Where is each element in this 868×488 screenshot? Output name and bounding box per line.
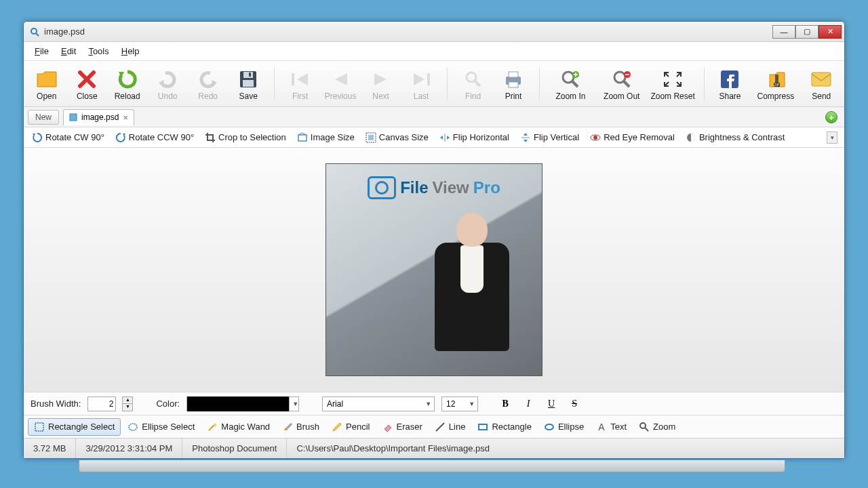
- menu-help[interactable]: Help: [116, 43, 145, 59]
- redo-button[interactable]: Redo: [189, 66, 226, 102]
- close-button[interactable]: ✕: [818, 25, 842, 39]
- svg-rect-23: [812, 73, 831, 86]
- zoom-in-button[interactable]: Zoom In: [547, 66, 595, 102]
- svg-point-31: [593, 136, 597, 140]
- window-title: image.psd: [44, 26, 85, 37]
- brush-tool[interactable]: Brush: [277, 419, 325, 435]
- rotate-ccw-button[interactable]: Rotate CCW 90°: [111, 130, 198, 145]
- rectangle-select-tool[interactable]: Rectangle Select: [28, 418, 121, 436]
- tab-label: image.psd: [81, 113, 119, 122]
- eraser-tool[interactable]: Eraser: [377, 419, 428, 435]
- svg-point-0: [31, 28, 37, 34]
- svg-line-35: [209, 425, 214, 430]
- canvas-size-button[interactable]: Canvas Size: [361, 130, 433, 145]
- zoom-in-icon: [560, 67, 580, 92]
- minimize-button[interactable]: —: [772, 25, 795, 39]
- rotate-cw-icon: [32, 132, 43, 143]
- svg-line-1: [36, 33, 39, 36]
- ellipse-tool[interactable]: Ellipse: [538, 419, 589, 435]
- underline-button[interactable]: U: [543, 396, 559, 411]
- status-path: C:\Users\Paul\Desktop\Important Files\im…: [287, 439, 844, 458]
- tab-image[interactable]: image.psd ×: [63, 109, 134, 125]
- text-tool[interactable]: AText: [591, 419, 632, 435]
- crop-button[interactable]: Crop to Selection: [201, 130, 290, 145]
- image-preview[interactable]: FileViewPro: [326, 163, 542, 376]
- text-icon: A: [596, 422, 607, 432]
- menu-file[interactable]: File: [29, 43, 54, 59]
- add-tab-button[interactable]: +: [825, 111, 837, 123]
- svg-text:ZIP: ZIP: [774, 83, 779, 87]
- new-tab-button[interactable]: New: [28, 110, 59, 125]
- bold-button[interactable]: B: [497, 396, 513, 411]
- titlebar: image.psd — ▢ ✕: [24, 22, 844, 42]
- flip-vertical-button[interactable]: Flip Vertical: [516, 130, 583, 145]
- red-eye-button[interactable]: Red Eye Removal: [586, 130, 679, 145]
- close-file-button[interactable]: Close: [68, 66, 105, 102]
- svg-point-16: [614, 72, 625, 83]
- pencil-tool[interactable]: Pencil: [326, 419, 375, 435]
- options-bar: Brush Width: ▲▼ Color: ▼ Arial▼ 12▼ B I …: [24, 392, 844, 415]
- brightness-button[interactable]: Brightness & Contrast: [682, 130, 789, 145]
- pencil-icon: [332, 422, 342, 432]
- rectangle-tool[interactable]: Rectangle: [472, 419, 537, 435]
- next-button[interactable]: Next: [362, 66, 399, 102]
- brightness-icon: [686, 132, 696, 143]
- share-button[interactable]: Share: [711, 66, 749, 102]
- drawing-toolbar: Rectangle Select Ellipse Select Magic Wa…: [24, 415, 844, 438]
- last-icon: [411, 67, 431, 92]
- open-button[interactable]: Open: [28, 66, 65, 102]
- menu-tools[interactable]: Tools: [83, 43, 114, 59]
- magic-wand-icon: [207, 422, 218, 432]
- send-button[interactable]: Send: [803, 66, 840, 102]
- brush-width-spinner[interactable]: ▲▼: [122, 396, 133, 411]
- ellipse-select-tool[interactable]: Ellipse Select: [122, 419, 200, 435]
- flip-horizontal-button[interactable]: Flip Horizontal: [435, 130, 513, 145]
- brush-width-input[interactable]: [87, 396, 116, 411]
- italic-button[interactable]: I: [520, 396, 536, 411]
- zoom-reset-icon: [662, 67, 684, 92]
- undo-button[interactable]: Undo: [149, 66, 186, 102]
- strikethrough-button[interactable]: S: [566, 396, 583, 411]
- svg-rect-25: [298, 135, 307, 141]
- zip-icon: ZIP: [766, 67, 786, 92]
- reload-icon: [117, 67, 138, 92]
- svg-rect-3: [243, 72, 253, 78]
- svg-point-39: [545, 424, 553, 430]
- magic-wand-tool[interactable]: Magic Wand: [201, 419, 275, 435]
- svg-rect-33: [35, 423, 43, 431]
- compress-button[interactable]: ZIP Compress: [751, 66, 800, 102]
- edit-toolbar: Rotate CW 90° Rotate CCW 90° Crop to Sel…: [24, 127, 844, 148]
- tab-close-icon[interactable]: ×: [123, 113, 128, 123]
- first-button[interactable]: First: [281, 66, 319, 102]
- find-button[interactable]: Find: [454, 66, 492, 102]
- svg-line-42: [645, 428, 648, 431]
- zoom-out-button[interactable]: Zoom Out: [597, 66, 646, 102]
- svg-text:A: A: [599, 422, 606, 432]
- zoom-reset-button[interactable]: Zoom Reset: [648, 66, 696, 102]
- red-eye-icon: [590, 132, 601, 143]
- line-tool[interactable]: Line: [429, 419, 471, 435]
- previous-button[interactable]: Previous: [321, 66, 359, 102]
- status-bar: 3.72 MB 3/29/2012 3:31:04 PM Photoshop D…: [24, 438, 844, 458]
- save-button[interactable]: Save: [229, 66, 267, 102]
- reload-button[interactable]: Reload: [108, 66, 146, 102]
- image-size-button[interactable]: Image Size: [293, 130, 359, 145]
- status-filesize: 3.72 MB: [24, 439, 76, 458]
- edit-toolbar-overflow[interactable]: ▾: [827, 131, 837, 144]
- menu-edit[interactable]: Edit: [56, 43, 81, 59]
- toolbar-separator: [539, 68, 540, 100]
- toolbar-separator: [447, 68, 448, 100]
- maximize-button[interactable]: ▢: [795, 25, 818, 39]
- rotate-cw-button[interactable]: Rotate CW 90°: [28, 130, 108, 145]
- zoom-tool[interactable]: Zoom: [633, 419, 681, 435]
- print-button[interactable]: Print: [494, 66, 532, 102]
- folder-icon: [36, 67, 58, 92]
- last-button[interactable]: Last: [402, 66, 439, 102]
- zoom-icon: [639, 422, 650, 432]
- status-date: 3/29/2012 3:31:04 PM: [76, 439, 182, 458]
- svg-point-8: [467, 73, 476, 82]
- color-picker[interactable]: ▼: [186, 396, 299, 411]
- font-size-select[interactable]: 12▼: [441, 396, 478, 411]
- font-select[interactable]: Arial▼: [322, 396, 435, 411]
- window-controls: — ▢ ✕: [772, 25, 842, 39]
